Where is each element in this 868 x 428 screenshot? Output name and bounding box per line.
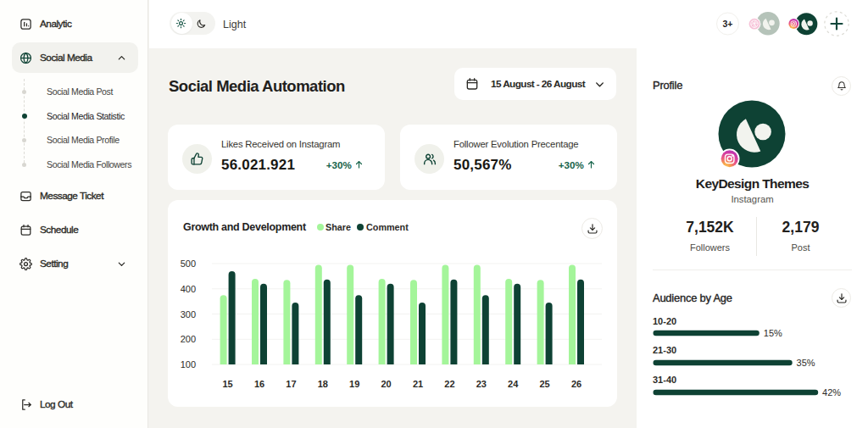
svg-text:21-30: 21-30 [653, 345, 676, 355]
svg-text:15: 15 [222, 379, 232, 389]
svg-text:15%: 15% [764, 328, 782, 338]
svg-text:200: 200 [181, 334, 196, 344]
svg-text:24: 24 [508, 379, 519, 389]
svg-text:10-20: 10-20 [653, 316, 676, 326]
svg-text:26: 26 [571, 379, 581, 389]
svg-text:20: 20 [381, 379, 391, 389]
svg-text:23: 23 [476, 379, 487, 389]
svg-text:16: 16 [254, 379, 264, 389]
svg-text:25: 25 [539, 379, 549, 389]
svg-text:500: 500 [181, 258, 196, 269]
svg-text:3+: 3+ [723, 19, 733, 29]
svg-text:31-40: 31-40 [653, 375, 676, 385]
svg-text:300: 300 [181, 309, 196, 320]
svg-text:18: 18 [318, 379, 328, 389]
svg-text:100: 100 [181, 359, 196, 370]
svg-text:17: 17 [286, 379, 296, 389]
svg-text:35%: 35% [797, 358, 815, 368]
svg-text:22: 22 [444, 379, 454, 389]
svg-text:21: 21 [413, 379, 423, 389]
svg-text:19: 19 [349, 379, 359, 389]
svg-text:42%: 42% [822, 387, 841, 397]
svg-text:400: 400 [181, 284, 196, 294]
